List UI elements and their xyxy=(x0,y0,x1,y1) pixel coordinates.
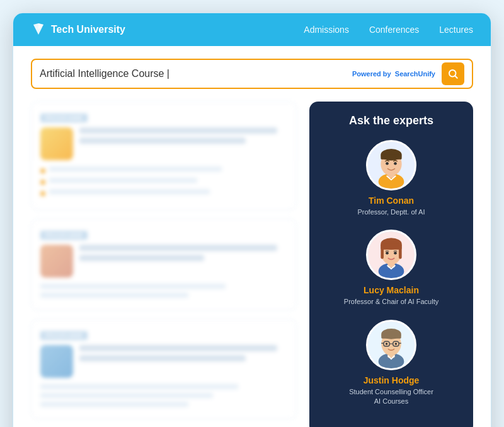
navbar-links: Admissions Conferences Lectures xyxy=(304,25,473,35)
logo-text: Tech University xyxy=(51,24,125,35)
svg-point-8 xyxy=(386,162,389,165)
svg-line-1 xyxy=(455,76,457,78)
powered-by: Powered by SearchUnify xyxy=(352,70,435,78)
navbar: Tech University Admissions Conferences L… xyxy=(13,13,491,46)
search-bar: Powered by SearchUnify xyxy=(31,59,473,89)
svg-point-18 xyxy=(386,252,389,255)
result-tag: PROGRAMME xyxy=(40,331,88,340)
nav-lectures[interactable]: Lectures xyxy=(439,25,473,35)
expert-item: Tim Conan Professor, Deptt. of AI xyxy=(322,140,461,217)
nav-admissions[interactable]: Admissions xyxy=(304,25,349,35)
result-card: PROGRAMME xyxy=(31,319,297,419)
experts-panel: Ask the experts xyxy=(309,102,473,427)
logo: Tech University xyxy=(31,22,304,37)
expert-name-justin: Justin Hodge xyxy=(364,375,420,385)
expert-avatar-tim xyxy=(366,140,416,190)
svg-point-19 xyxy=(394,252,397,255)
expert-avatar-lucy xyxy=(366,230,416,280)
result-tag: PROGRAMME xyxy=(40,114,88,122)
expert-name-lucy: Lucy Maclain xyxy=(364,285,419,295)
svg-rect-7 xyxy=(381,155,401,159)
nav-conferences[interactable]: Conferences xyxy=(369,25,419,35)
expert-role-justin: Student Counselling Officer AI Courses xyxy=(349,387,433,407)
browser-window: Tech University Admissions Conferences L… xyxy=(13,13,491,427)
result-card: PROGRAMME xyxy=(31,219,297,310)
svg-point-31 xyxy=(386,342,387,344)
svg-rect-25 xyxy=(381,334,401,338)
results-panel: PROGRAMME PROGRAMME xyxy=(31,102,297,427)
main-content: PROGRAMME PROGRAMME xyxy=(13,89,491,427)
brand-name: SearchUnify xyxy=(395,70,435,78)
expert-item: Justin Hodge Student Counselling Officer… xyxy=(322,320,461,407)
result-card: PROGRAMME xyxy=(31,102,297,210)
expert-role-tim: Professor, Deptt. of AI xyxy=(358,208,425,217)
expert-avatar-justin xyxy=(366,320,416,370)
experts-title: Ask the experts xyxy=(322,114,461,127)
svg-point-32 xyxy=(395,342,397,344)
search-area: Powered by SearchUnify xyxy=(13,46,491,89)
expert-name-tim: Tim Conan xyxy=(369,196,414,206)
result-tag: PROGRAMME xyxy=(40,231,88,240)
expert-item: Lucy Maclain Professor & Chair of AI Fac… xyxy=(322,230,461,307)
svg-point-9 xyxy=(394,162,397,165)
search-input[interactable] xyxy=(40,68,352,79)
expert-role-lucy: Professor & Chair of AI Faculty xyxy=(344,297,438,307)
svg-rect-17 xyxy=(381,244,401,250)
search-button[interactable] xyxy=(442,62,464,85)
